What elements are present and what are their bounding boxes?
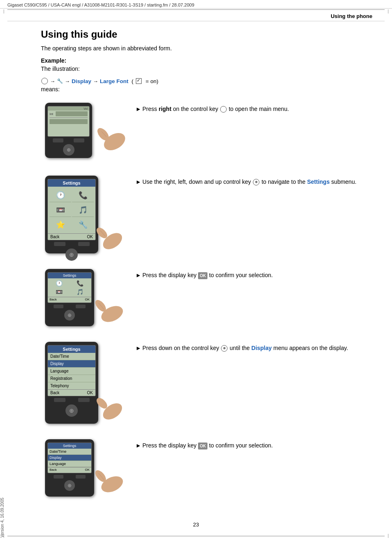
- ok-badge-3: OK: [198, 272, 207, 279]
- version-sidebar: Version 4, 16.09.2005: [0, 505, 5, 537]
- hand-svg-2: [88, 221, 125, 253]
- hand-svg-1: [86, 117, 127, 158]
- step-3-desc: Press the display key OK to confirm your…: [142, 271, 273, 280]
- list-item-display: Display: [48, 360, 95, 368]
- step-3-text: ▶ Press the display key OK to confirm yo…: [137, 267, 380, 280]
- step-2-block: Settings 🕐 📞 📼 🎵 ⭐ 🔧 Back: [41, 174, 380, 255]
- grid-cell-3: 📼: [50, 203, 71, 217]
- step-5-text: ▶ Press the display key OK to confirm yo…: [137, 437, 380, 450]
- check-icon: [136, 78, 142, 84]
- step-5-block: Settings Date/Time Display Language Back…: [41, 437, 380, 499]
- bullet-arrow-4: ▶: [137, 345, 140, 352]
- step-2-bullet: ▶ Use the right, left, down and up contr…: [137, 178, 380, 186]
- bullet-arrow-5: ▶: [137, 442, 140, 449]
- back-label-2: Back: [50, 235, 59, 239]
- example-label: Example:: [41, 57, 380, 64]
- list-item-datetime: Date/Time: [48, 353, 95, 360]
- illustration-formula: → 🔧 → Display → Large Font ( = on): [41, 78, 380, 84]
- step-5-desc: Press the display key OK to confirm your…: [142, 441, 273, 450]
- phone-screen-4: Settings Date/Time Display Language Regi…: [47, 345, 96, 396]
- step-1-bullet: ▶ Press right on the control key to open…: [137, 105, 380, 113]
- settings-list: Date/Time Display Language Registration …: [48, 353, 95, 389]
- page-title: Using this guide: [41, 29, 380, 40]
- step-3-block: Settings 🕐 📞 📼 🎵 BackOK: [41, 267, 380, 328]
- screen-title-4: Settings: [48, 346, 95, 353]
- step-4-desc: Press down on the control key ⊕ until th…: [142, 344, 348, 352]
- hand-svg-5: [85, 462, 126, 499]
- control-key-ref-2: ⊕: [253, 179, 259, 185]
- step-1-block: Vol Int ⊕: [41, 101, 380, 162]
- section-title: Using the phone: [331, 13, 372, 19]
- bottom-divider: [7, 536, 385, 536]
- means-text: means:: [41, 86, 380, 93]
- grid-cell-1: 🕐: [50, 188, 71, 202]
- corner-mark-tl: |: [3, 9, 5, 14]
- list-item-telephony: Telephony: [48, 382, 95, 389]
- ok-badge-5: OK: [198, 443, 207, 449]
- step-3-bullet: ▶ Press the display key OK to confirm yo…: [137, 271, 380, 280]
- step-1-image: Vol Int ⊕: [41, 101, 127, 162]
- step-5-bullet: ▶ Press the display key OK to confirm yo…: [137, 441, 380, 450]
- step-4-block: Settings Date/Time Display Language Regi…: [41, 340, 380, 426]
- step-2-image: Settings 🕐 📞 📼 🎵 ⭐ 🔧 Back: [41, 174, 127, 255]
- screen-title-2: Settings: [48, 179, 95, 187]
- step-2-text: ▶ Use the right, left, down and up contr…: [137, 174, 380, 186]
- step-5-image: Settings Date/Time Display Language Back…: [41, 437, 127, 499]
- top-bar-text: Gigaset C590/C595 / USA-CAN engl / A3100…: [7, 2, 194, 7]
- hand-svg-4: [88, 391, 125, 424]
- step-4-bullet: ▶ Press down on the control key ⊕ until …: [137, 344, 380, 352]
- nav-key-area-1: ⊕: [45, 144, 92, 156]
- list-item-registration: Registration: [48, 375, 95, 382]
- corner-mark-tr: |: [387, 9, 389, 14]
- phone-soft-keys-1: [47, 138, 90, 142]
- grid-cell-5: ⭐: [50, 218, 71, 232]
- settings-icon-formula: 🔧: [57, 78, 63, 84]
- grid-cell-2: 📞: [72, 188, 94, 202]
- vol-bar: Vol: [48, 106, 89, 111]
- step-1-text: ▶ Press right on the control key to open…: [137, 101, 380, 113]
- section-header: Using the phone: [7, 10, 385, 21]
- page-number: 23: [0, 517, 392, 536]
- bullet-arrow-3: ▶: [137, 272, 140, 279]
- step-3-image: Settings 🕐 📞 📼 🎵 BackOK: [41, 267, 127, 328]
- main-content: Using this guide The operating steps are…: [0, 21, 392, 517]
- control-key-icon: [41, 78, 48, 84]
- step-4-image: Settings Date/Time Display Language Regi…: [41, 340, 127, 426]
- hand-svg-3: [85, 291, 126, 328]
- control-key-ref-1: [220, 106, 227, 113]
- int-label: Int: [48, 111, 89, 117]
- intro-text: The operating steps are shown in abbrevi…: [41, 45, 380, 52]
- top-bar: Gigaset C590/C595 / USA-CAN engl / A3100…: [0, 0, 392, 9]
- step-4-text: ▶ Press down on the control key ⊕ until …: [137, 340, 380, 352]
- grid-cell-4: 🎵: [72, 203, 94, 217]
- step-1-desc: Press right on the control key to open t…: [142, 105, 289, 113]
- phone-body-1: Vol Int ⊕: [45, 103, 92, 158]
- illustration-label: The illustration:: [41, 65, 380, 72]
- control-key-ref-4: ⊕: [221, 345, 228, 352]
- list-item-language: Language: [48, 368, 95, 375]
- bullet-arrow-1: ▶: [137, 106, 140, 113]
- bullet-arrow-2: ▶: [137, 178, 140, 185]
- back-label-4: Back: [50, 391, 59, 395]
- step-2-desc: Use the right, left, down and up control…: [142, 178, 356, 186]
- phone-screen-1: Vol Int: [47, 106, 90, 137]
